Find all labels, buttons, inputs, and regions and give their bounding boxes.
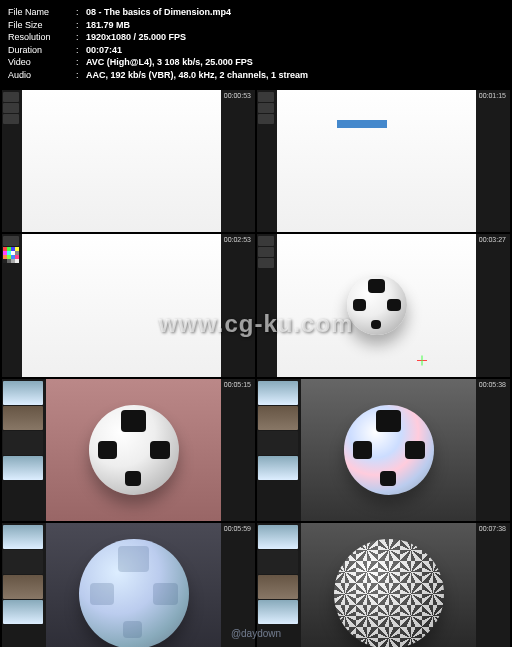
file-info-header: File Name : 08 - The basics of Dimension… xyxy=(0,0,512,88)
tool-icon[interactable] xyxy=(3,103,19,113)
timestamp: 00:05:38 xyxy=(479,381,506,388)
file-size-label: File Size xyxy=(8,19,76,32)
tool-icon[interactable] xyxy=(3,114,19,124)
viewport-sphere-blue xyxy=(46,523,221,647)
axis-gizmo-icon[interactable] xyxy=(408,351,426,369)
environment-thumbs xyxy=(2,379,46,522)
env-thumb[interactable] xyxy=(3,575,43,599)
properties-panel xyxy=(476,90,510,233)
env-thumb[interactable] xyxy=(3,456,43,480)
environment-thumbs xyxy=(257,523,301,647)
thumbnail-4[interactable]: 00:03:27 xyxy=(257,234,510,377)
video-label: Video xyxy=(8,56,76,69)
thumbnail-8[interactable]: 00:07:38 xyxy=(257,523,510,647)
sphere-blue-glass xyxy=(79,539,189,647)
env-thumb[interactable] xyxy=(258,525,298,549)
thumbnail-6[interactable]: 00:05:38 xyxy=(257,379,510,522)
context-menu[interactable] xyxy=(337,120,387,128)
soccer-ball-iridescent xyxy=(344,405,434,495)
file-name-value: 08 - The basics of Dimension.mp4 xyxy=(86,6,504,19)
soccer-ball-model xyxy=(89,405,179,495)
viewport-soccer xyxy=(277,234,476,377)
viewport-empty xyxy=(22,90,221,233)
properties-panel xyxy=(476,379,510,522)
tool-strip xyxy=(2,234,22,377)
viewport-soccer-irid xyxy=(301,379,476,522)
resolution-value: 1920x1080 / 25.000 FPS xyxy=(86,31,504,44)
timestamp: 00:01:15 xyxy=(479,92,506,99)
properties-panel xyxy=(476,234,510,377)
file-name-label: File Name xyxy=(8,6,76,19)
thumbnail-1[interactable]: 00:00:53 xyxy=(2,90,255,233)
thumbnail-2[interactable]: 00:01:15 xyxy=(257,90,510,233)
duration-label: Duration xyxy=(8,44,76,57)
env-thumb[interactable] xyxy=(3,600,43,624)
tool-icon[interactable] xyxy=(258,247,274,257)
timestamp: 00:05:59 xyxy=(224,525,251,532)
viewport-empty xyxy=(22,234,221,377)
env-thumb[interactable] xyxy=(258,431,298,455)
environment-thumbs xyxy=(257,379,301,522)
duration-value: 00:07:41 xyxy=(86,44,504,57)
env-thumb[interactable] xyxy=(258,406,298,430)
timestamp: 00:03:27 xyxy=(479,236,506,243)
tool-icon[interactable] xyxy=(258,258,274,268)
tool-icon[interactable] xyxy=(3,236,19,246)
thumbnail-5[interactable]: 00:05:15 xyxy=(2,379,255,522)
timestamp: 00:05:15 xyxy=(224,381,251,388)
timestamp: 00:00:53 xyxy=(224,92,251,99)
soccer-ball-model xyxy=(347,275,407,335)
properties-panel xyxy=(221,90,255,233)
tool-icon[interactable] xyxy=(258,92,274,102)
env-thumb[interactable] xyxy=(258,456,298,480)
tool-strip xyxy=(257,234,277,377)
resolution-label: Resolution xyxy=(8,31,76,44)
env-thumb[interactable] xyxy=(3,381,43,405)
timestamp: 00:07:38 xyxy=(479,525,506,532)
tool-icon[interactable] xyxy=(258,103,274,113)
env-thumb[interactable] xyxy=(3,406,43,430)
viewport-soccer-rose xyxy=(46,379,221,522)
viewport-empty xyxy=(277,90,476,233)
tool-strip xyxy=(2,90,22,233)
env-thumb[interactable] xyxy=(3,550,43,574)
properties-panel xyxy=(221,379,255,522)
audio-label: Audio xyxy=(8,69,76,82)
tool-strip xyxy=(257,90,277,233)
tool-icon[interactable] xyxy=(258,236,274,246)
video-value: AVC (High@L4), 3 108 kb/s, 25.000 FPS xyxy=(86,56,504,69)
thumbnail-7[interactable]: 00:05:59 xyxy=(2,523,255,647)
properties-panel xyxy=(221,523,255,647)
sphere-checker xyxy=(334,539,444,647)
file-size-value: 181.79 MB xyxy=(86,19,504,32)
timestamp: 00:02:53 xyxy=(224,236,251,243)
env-thumb[interactable] xyxy=(258,575,298,599)
thumbnail-3[interactable]: 00:02:53 xyxy=(2,234,255,377)
tool-icon[interactable] xyxy=(258,114,274,124)
thumbnail-grid: 00:00:53 00:01:15 00:02:53 xyxy=(0,88,512,647)
tool-icon[interactable] xyxy=(3,92,19,102)
env-thumb[interactable] xyxy=(3,431,43,455)
env-thumb[interactable] xyxy=(3,525,43,549)
env-thumb[interactable] xyxy=(258,600,298,624)
env-thumb[interactable] xyxy=(258,550,298,574)
properties-panel xyxy=(221,234,255,377)
viewport-sphere-checker xyxy=(301,523,476,647)
color-swatches[interactable] xyxy=(3,247,21,263)
environment-thumbs xyxy=(2,523,46,647)
env-thumb[interactable] xyxy=(258,381,298,405)
audio-value: AAC, 192 kb/s (VBR), 48.0 kHz, 2 channel… xyxy=(86,69,504,82)
properties-panel xyxy=(476,523,510,647)
